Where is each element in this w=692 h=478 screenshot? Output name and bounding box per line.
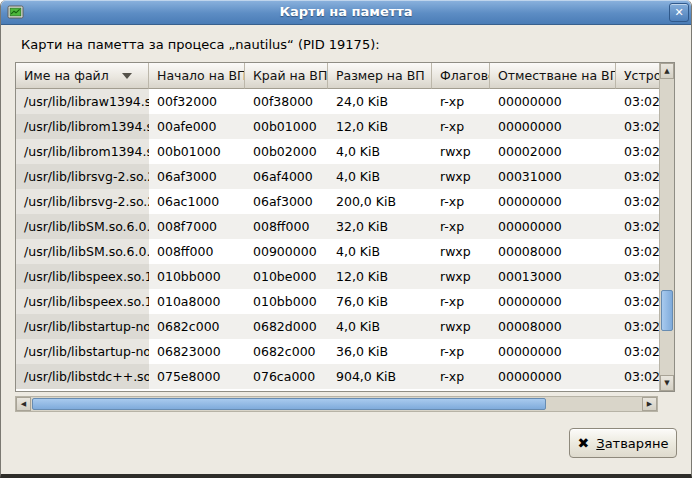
cell-vm-offset: 00002000 <box>490 139 616 164</box>
horizontal-scrollbar-thumb[interactable] <box>32 398 546 410</box>
cell-vm-size: 32,0 KiB <box>328 214 432 239</box>
process-description-label: Карти на паметта за процеса „nautilus“ (… <box>21 37 380 52</box>
cell-filename: /usr/lib/libstartup-not <box>16 339 149 364</box>
cell-flags: r-xp <box>432 114 490 139</box>
cell-vm-end: 010be000 <box>245 264 328 289</box>
column-header-label: Начало на ВП <box>157 68 245 83</box>
table-row[interactable]: /usr/lib/libstartup-not0682c0000682d0004… <box>16 314 659 339</box>
column-header-device[interactable]: Устройство <box>616 63 659 89</box>
cell-vm-size: 12,0 KiB <box>328 114 432 139</box>
table-row[interactable]: /usr/lib/librom1394.s00afe00000b0100012,… <box>16 114 659 139</box>
cell-vm-start: 00b01000 <box>149 139 245 164</box>
scroll-right-button[interactable]: ▶ <box>642 397 657 411</box>
cell-vm-end: 076ca000 <box>245 364 328 389</box>
titlebar-close-button[interactable]: ✕ <box>669 3 689 22</box>
cell-vm-end: 00900000 <box>245 239 328 264</box>
cell-vm-size: 76,0 KiB <box>328 289 432 314</box>
cell-filename: /usr/lib/libstdc++.so. <box>16 364 149 389</box>
cell-vm-offset: 00013000 <box>490 264 616 289</box>
column-header-label: Име на файл <box>24 68 109 83</box>
cell-vm-end: 00b01000 <box>245 114 328 139</box>
vertical-scrollbar[interactable]: ▲ ▼ <box>659 63 674 391</box>
cell-vm-size: 4,0 KiB <box>328 239 432 264</box>
cell-vm-start: 010a8000 <box>149 289 245 314</box>
table-row[interactable]: /usr/lib/libraw1394.so00f3200000f3800024… <box>16 89 659 114</box>
cell-vm-start: 008ff000 <box>149 239 245 264</box>
cell-vm-offset: 00000000 <box>490 89 616 114</box>
arrow-right-icon: ▶ <box>647 400 652 408</box>
cell-filename: /usr/lib/libSM.so.6.0.0 <box>16 239 149 264</box>
cell-flags: rwxp <box>432 314 490 339</box>
table-row[interactable]: /usr/lib/libspeex.so.1010bb000010be00012… <box>16 264 659 289</box>
cell-vm-offset: 00000000 <box>490 364 616 389</box>
treeview: Име на файл Начало на ВП Край на ВП Разм… <box>16 63 659 391</box>
cell-vm-offset: 00000000 <box>490 339 616 364</box>
scroll-left-button[interactable]: ◀ <box>16 397 31 411</box>
cell-vm-size: 200,0 KiB <box>328 189 432 214</box>
titlebar[interactable]: Карти на паметта ✕ <box>1 0 691 25</box>
column-header-vm-offset[interactable]: Отместване на ВП <box>490 63 616 89</box>
cell-flags: rwxp <box>432 264 490 289</box>
cell-device: 03:02 <box>616 139 659 164</box>
cell-device: 03:02 <box>616 214 659 239</box>
cell-vm-start: 06823000 <box>149 339 245 364</box>
cell-device: 03:02 <box>616 289 659 314</box>
cell-vm-end: 0682d000 <box>245 314 328 339</box>
cell-vm-start: 0682c000 <box>149 314 245 339</box>
column-header-vm-size[interactable]: Размер на ВП <box>328 63 432 89</box>
table-row[interactable]: /usr/lib/librom1394.s00b0100000b020004,0… <box>16 139 659 164</box>
cell-vm-size: 4,0 KiB <box>328 314 432 339</box>
column-header-label: Флагове <box>440 68 490 83</box>
cell-vm-start: 008f7000 <box>149 214 245 239</box>
cell-filename: /usr/lib/libspeex.so.1 <box>16 289 149 314</box>
cell-filename: /usr/lib/libstartup-not <box>16 314 149 339</box>
cell-device: 03:02 <box>616 264 659 289</box>
cell-filename: /usr/lib/libspeex.so.1 <box>16 264 149 289</box>
column-header-label: Размер на ВП <box>336 68 425 83</box>
cell-flags: r-xp <box>432 339 490 364</box>
cell-vm-size: 4,0 KiB <box>328 139 432 164</box>
cell-flags: rwxp <box>432 164 490 189</box>
sort-descending-icon <box>122 73 132 79</box>
scroll-down-button[interactable]: ▼ <box>660 375 674 391</box>
cell-vm-size: 36,0 KiB <box>328 339 432 364</box>
column-header-filename[interactable]: Име на файл <box>16 63 149 89</box>
column-header-label: Устройство <box>624 68 659 83</box>
arrow-down-icon: ▼ <box>664 379 669 387</box>
close-button[interactable]: ✖ Затваряне <box>569 428 677 458</box>
cell-filename: /usr/lib/libraw1394.so <box>16 89 149 114</box>
table-row[interactable]: /usr/lib/libspeex.so.1010a8000010bb00076… <box>16 289 659 314</box>
column-header-vm-end[interactable]: Край на ВП <box>245 63 328 89</box>
table-row[interactable]: /usr/lib/libSM.so.6.0.0008f7000008ff0003… <box>16 214 659 239</box>
vertical-scrollbar-thumb[interactable] <box>661 290 673 331</box>
system-monitor-icon <box>7 4 24 21</box>
cell-vm-offset: 00000000 <box>490 114 616 139</box>
cell-vm-end: 0682c000 <box>245 339 328 364</box>
cell-vm-start: 06ac1000 <box>149 189 245 214</box>
cell-device: 03:02 <box>616 364 659 389</box>
table-row[interactable]: /usr/lib/libSM.so.6.0.0008ff000009000004… <box>16 239 659 264</box>
cell-vm-offset: 00000000 <box>490 214 616 239</box>
cell-device: 03:02 <box>616 239 659 264</box>
horizontal-scrollbar[interactable]: ◀ ▶ <box>15 396 658 412</box>
scroll-up-button[interactable]: ▲ <box>660 63 674 79</box>
memory-maps-table: Име на файл Начало на ВП Край на ВП Разм… <box>15 62 675 392</box>
cell-filename: /usr/lib/libSM.so.6.0.0 <box>16 214 149 239</box>
table-row[interactable]: /usr/lib/libstartup-not068230000682c0003… <box>16 339 659 364</box>
cell-vm-size: 4,0 KiB <box>328 164 432 189</box>
table-row[interactable]: /usr/lib/libstdc++.so.075e8000076ca00090… <box>16 364 659 389</box>
cell-vm-start: 06af3000 <box>149 164 245 189</box>
cell-flags: r-xp <box>432 364 490 389</box>
table-row[interactable]: /usr/lib/librsvg-2.so.206af300006af40004… <box>16 164 659 189</box>
cell-vm-offset: 00031000 <box>490 164 616 189</box>
column-header-vm-start[interactable]: Начало на ВП <box>149 63 245 89</box>
cell-flags: rwxp <box>432 239 490 264</box>
column-header-flags[interactable]: Флагове <box>432 63 490 89</box>
cell-flags: r-xp <box>432 214 490 239</box>
cell-device: 03:02 <box>616 189 659 214</box>
cell-filename: /usr/lib/librsvg-2.so.2 <box>16 164 149 189</box>
cell-vm-end: 06af4000 <box>245 164 328 189</box>
cell-vm-start: 00afe000 <box>149 114 245 139</box>
cell-vm-end: 06af3000 <box>245 189 328 214</box>
table-row[interactable]: /usr/lib/librsvg-2.so.206ac100006af30002… <box>16 189 659 214</box>
